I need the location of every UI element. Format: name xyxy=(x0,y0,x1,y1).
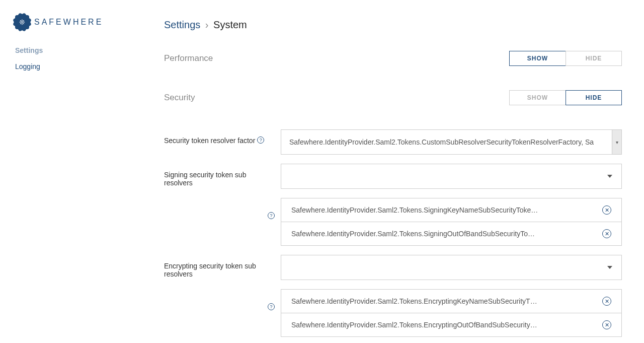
label-resolver-factor: Security token resolver factor xyxy=(164,136,255,145)
help-icon[interactable]: ? xyxy=(257,136,264,144)
sidebar-item-logging[interactable]: Logging xyxy=(15,58,146,75)
select-encrypting[interactable] xyxy=(281,255,622,280)
breadcrumb-parent[interactable]: Settings xyxy=(164,19,200,30)
sidebar-item-settings[interactable]: Settings xyxy=(15,42,146,58)
section-performance: Performance SHOW HIDE xyxy=(164,51,622,66)
sidebar: ❊ SAFEWHERE Settings Logging xyxy=(0,0,146,343)
remove-icon[interactable]: ✕ xyxy=(602,297,611,306)
list-item: Safewhere.IdentityProvider.Saml2.Tokens.… xyxy=(281,198,621,222)
field-encrypting: Encrypting security token sub resolvers xyxy=(164,255,622,280)
list-item: Safewhere.IdentityProvider.Saml2.Tokens.… xyxy=(281,222,621,245)
list-encrypting: Safewhere.IdentityProvider.Saml2.Tokens.… xyxy=(281,289,622,337)
breadcrumb-current: System xyxy=(213,19,247,30)
list-signing: Safewhere.IdentityProvider.Saml2.Tokens.… xyxy=(281,198,622,246)
label-encrypting: Encrypting security token sub resolvers xyxy=(164,262,275,278)
section-title-security: Security xyxy=(164,93,195,103)
input-stepper-icon[interactable]: ▾ xyxy=(612,129,622,155)
remove-icon[interactable]: ✕ xyxy=(602,229,611,238)
list-signing-row: ? Safewhere.IdentityProvider.Saml2.Token… xyxy=(164,198,622,246)
logo: ❊ SAFEWHERE xyxy=(15,15,146,29)
toggle-performance: SHOW HIDE xyxy=(509,51,622,66)
list-item-text: Safewhere.IdentityProvider.Saml2.Tokens.… xyxy=(291,230,535,238)
list-item-text: Safewhere.IdentityProvider.Saml2.Tokens.… xyxy=(291,321,537,329)
hide-button-security[interactable]: HIDE xyxy=(566,90,622,105)
help-icon[interactable]: ? xyxy=(268,212,275,219)
logo-text: SAFEWHERE xyxy=(34,18,103,27)
main-content: Settings › System Performance SHOW HIDE … xyxy=(146,0,644,343)
list-item-text: Safewhere.IdentityProvider.Saml2.Tokens.… xyxy=(291,297,537,305)
toggle-security: SHOW HIDE xyxy=(509,90,622,105)
input-resolver-factor[interactable] xyxy=(281,129,622,155)
section-title-performance: Performance xyxy=(164,53,213,63)
chevron-down-icon xyxy=(607,266,612,269)
section-security: Security SHOW HIDE xyxy=(164,90,622,105)
list-item: Safewhere.IdentityProvider.Saml2.Tokens.… xyxy=(281,313,621,336)
field-signing: Signing security token sub resolvers xyxy=(164,164,622,189)
breadcrumb-sep: › xyxy=(205,19,209,30)
help-icon[interactable]: ? xyxy=(268,303,275,310)
label-signing: Signing security token sub resolvers xyxy=(164,171,275,187)
remove-icon[interactable]: ✕ xyxy=(602,320,611,329)
list-encrypting-row: ? Safewhere.IdentityProvider.Saml2.Token… xyxy=(164,289,622,337)
logo-icon: ❊ xyxy=(15,15,29,29)
breadcrumb: Settings › System xyxy=(164,19,622,31)
hide-button-performance[interactable]: HIDE xyxy=(566,51,622,66)
show-button-security[interactable]: SHOW xyxy=(509,90,566,105)
list-item: Safewhere.IdentityProvider.Saml2.Tokens.… xyxy=(281,290,621,313)
chevron-down-icon xyxy=(607,175,612,178)
field-resolver-factor: Security token resolver factor ? ▾ xyxy=(164,129,622,155)
select-signing[interactable] xyxy=(281,164,622,189)
show-button-performance[interactable]: SHOW xyxy=(509,51,566,66)
list-item-text: Safewhere.IdentityProvider.Saml2.Tokens.… xyxy=(291,206,538,214)
remove-icon[interactable]: ✕ xyxy=(602,205,611,215)
